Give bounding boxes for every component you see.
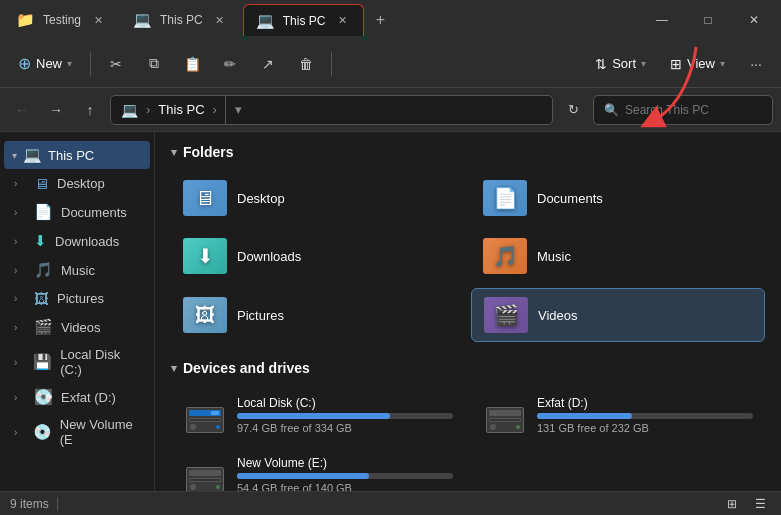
folder-thumb-downloads: ⬇ xyxy=(183,238,227,274)
cut-button[interactable]: ✂ xyxy=(99,47,133,81)
folder-thumb-videos: 🎬 xyxy=(484,297,528,333)
sidebar-item-downloads[interactable]: › ⬇ Downloads xyxy=(4,227,150,255)
status-bar: 9 items ⊞ ☰ xyxy=(0,491,781,515)
new-plus-icon: ⊕ xyxy=(18,54,31,73)
folder-thumb-desktop: 🖥 xyxy=(183,180,227,216)
tab-thispc2-close[interactable]: ✕ xyxy=(333,12,351,30)
refresh-button[interactable]: ↻ xyxy=(559,96,587,124)
up-button[interactable]: ↑ xyxy=(76,96,104,124)
sidebar-item-new-volume-e[interactable]: › 💿 New Volume (E xyxy=(4,412,150,452)
toolbar-separator-1 xyxy=(90,52,91,76)
tab-thispc1-icon: 💻 xyxy=(133,11,152,29)
view-icon: ⊞ xyxy=(670,56,682,72)
search-icon: 🔍 xyxy=(604,103,619,117)
address-chevron-icon[interactable]: ▾ xyxy=(225,95,251,125)
folder-item-videos[interactable]: 🎬 Videos xyxy=(471,288,765,342)
sidebar-expand-dl: › xyxy=(14,236,26,247)
folders-chevron-icon: ▾ xyxy=(171,146,177,159)
tab-thispc1[interactable]: 💻 This PC ✕ xyxy=(121,4,241,36)
tab-thispc2[interactable]: 💻 This PC ✕ xyxy=(243,4,365,36)
new-tab-button[interactable]: + xyxy=(366,6,394,34)
drive-bar-fill-e xyxy=(237,473,369,479)
drive-item-exfat-d[interactable]: Exfat (D:) 131 GB free of 232 GB xyxy=(471,388,765,442)
sidebar-item-exfat-d[interactable]: › 💽 Exfat (D:) xyxy=(4,383,150,411)
delete-button[interactable]: 🗑 xyxy=(289,47,323,81)
sort-button[interactable]: ⇅ Sort ▾ xyxy=(585,47,656,81)
new-button[interactable]: ⊕ New ▾ xyxy=(8,47,82,81)
folder-item-desktop[interactable]: 🖥 Desktop xyxy=(171,172,465,224)
sidebar-item-local-c[interactable]: › 💾 Local Disk (C:) xyxy=(4,342,150,382)
forward-button[interactable]: → xyxy=(42,96,70,124)
sidebar-item-desktop[interactable]: › 🖥 Desktop xyxy=(4,170,150,197)
drive-bar-bg-c xyxy=(237,413,453,419)
drive-item-local-c[interactable]: Local Disk (C:) 97.4 GB free of 334 GB xyxy=(171,388,465,442)
sidebar-item-documents[interactable]: › 📄 Documents xyxy=(4,198,150,226)
sidebar-item-pictures[interactable]: › 🖼 Pictures xyxy=(4,285,150,312)
tab-thispc1-close[interactable]: ✕ xyxy=(211,11,229,29)
sidebar-pictures-icon: 🖼 xyxy=(34,290,49,307)
folders-grid: 🖥 Desktop 📄 Documents ⬇ Downloads xyxy=(171,172,765,342)
sidebar-videos-icon: 🎬 xyxy=(34,318,53,336)
back-button[interactable]: ← xyxy=(8,96,36,124)
minimize-button[interactable]: — xyxy=(639,4,685,36)
tab-thispc1-label: This PC xyxy=(160,13,203,27)
sidebar-expand-c: › xyxy=(14,357,25,368)
sidebar-item-this-pc[interactable]: ▾ 💻 This PC xyxy=(4,141,150,169)
content-area: ▾ Folders 🖥 Desktop 📄 Documents ⬇ xyxy=(155,132,781,491)
drive-info-c: Local Disk (C:) 97.4 GB free of 334 GB xyxy=(237,396,453,434)
tab-testing-icon: 📁 xyxy=(16,11,35,29)
paste-button[interactable]: 📋 xyxy=(175,47,209,81)
main-layout: ▾ 💻 This PC › 🖥 Desktop › 📄 Documents › … xyxy=(0,132,781,491)
share-button[interactable]: ↗ xyxy=(251,47,285,81)
folders-section-header[interactable]: ▾ Folders xyxy=(171,144,765,160)
drive-info-d: Exfat (D:) 131 GB free of 232 GB xyxy=(537,396,753,434)
folder-item-pictures[interactable]: 🖼 Pictures xyxy=(171,288,465,342)
tab-thispc2-icon: 💻 xyxy=(256,12,275,30)
rename-button[interactable]: ✏ xyxy=(213,47,247,81)
drives-chevron-icon: ▾ xyxy=(171,362,177,375)
sidebar-expand-docs: › xyxy=(14,207,26,218)
tab-testing-close[interactable]: ✕ xyxy=(89,11,107,29)
maximize-button[interactable]: □ xyxy=(685,4,731,36)
folder-thumb-pictures: 🖼 xyxy=(183,297,227,333)
drive-thumb-c xyxy=(183,397,227,433)
search-input[interactable] xyxy=(625,103,765,117)
tab-testing[interactable]: 📁 Testing ✕ xyxy=(4,4,119,36)
folder-item-music[interactable]: 🎵 Music xyxy=(471,230,765,282)
search-box[interactable]: 🔍 xyxy=(593,95,773,125)
sidebar-docs-icon: 📄 xyxy=(34,203,53,221)
sidebar-expand-desktop: › xyxy=(14,178,26,189)
title-bar: 📁 Testing ✕ 💻 This PC ✕ 💻 This PC ✕ + — … xyxy=(0,0,781,40)
grid-view-button[interactable]: ⊞ xyxy=(721,495,743,513)
folder-item-downloads[interactable]: ⬇ Downloads xyxy=(171,230,465,282)
sidebar-downloads-icon: ⬇ xyxy=(34,232,47,250)
list-view-button[interactable]: ☰ xyxy=(749,495,771,513)
sidebar-disk-c-icon: 💾 xyxy=(33,353,52,371)
more-button[interactable]: ··· xyxy=(739,47,773,81)
sidebar-item-videos[interactable]: › 🎬 Videos xyxy=(4,313,150,341)
new-chevron-icon: ▾ xyxy=(67,58,72,69)
drive-item-new-volume-e[interactable]: New Volume (E:) 54.4 GB free of 140 GB xyxy=(171,448,465,491)
close-button[interactable]: ✕ xyxy=(731,4,777,36)
sidebar-expand-d: › xyxy=(14,392,26,403)
drive-info-e: New Volume (E:) 54.4 GB free of 140 GB xyxy=(237,456,453,491)
folder-item-documents[interactable]: 📄 Documents xyxy=(471,172,765,224)
sidebar-item-music[interactable]: › 🎵 Music xyxy=(4,256,150,284)
status-right: ⊞ ☰ xyxy=(721,495,771,513)
folder-thumb-documents: 📄 xyxy=(483,180,527,216)
sort-chevron-icon: ▾ xyxy=(641,58,646,69)
drive-bar-bg-d xyxy=(537,413,753,419)
sort-icon: ⇅ xyxy=(595,56,607,72)
drive-thumb-d xyxy=(483,397,527,433)
sidebar-expand-music: › xyxy=(14,265,26,276)
view-button[interactable]: ⊞ View ▾ xyxy=(660,47,735,81)
drives-section-header[interactable]: ▾ Devices and drives xyxy=(171,360,765,376)
copy-button[interactable]: ⧉ xyxy=(137,47,171,81)
status-separator xyxy=(57,497,58,511)
address-field[interactable]: 💻 › This PC › ▾ xyxy=(110,95,553,125)
sidebar-expand-pics: › xyxy=(14,293,26,304)
address-bar: ← → ↑ 💻 › This PC › ▾ ↻ 🔍 xyxy=(0,88,781,132)
drive-bar-fill-c xyxy=(237,413,390,419)
tab-thispc2-label: This PC xyxy=(283,14,326,28)
view-chevron-icon: ▾ xyxy=(720,58,725,69)
